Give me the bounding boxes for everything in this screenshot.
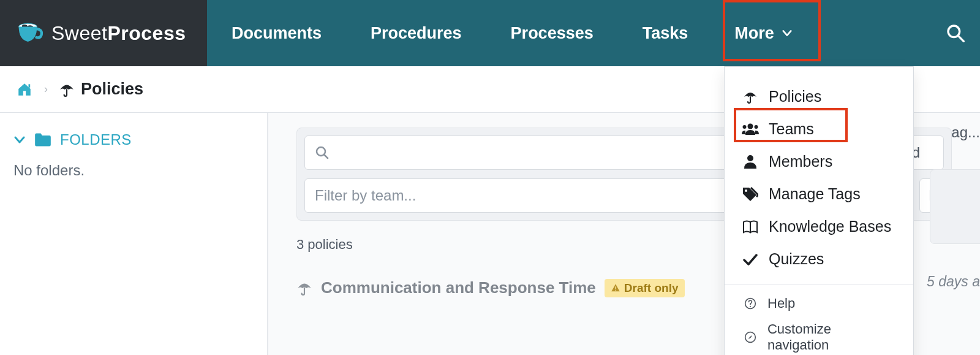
more-dropdown: Policies Teams Members: [724, 66, 914, 355]
obscured-panel: [930, 169, 980, 244]
dropdown-members[interactable]: Members: [725, 145, 913, 178]
cup-icon: [17, 22, 43, 44]
breadcrumb-home[interactable]: [16, 82, 33, 97]
users-icon: [742, 123, 759, 136]
dropdown-policies[interactable]: Policies: [725, 80, 913, 113]
policy-search-input[interactable]: [304, 136, 785, 170]
global-search-button[interactable]: [946, 23, 965, 43]
chevron-down-icon: [13, 134, 26, 146]
logo[interactable]: SweetProcess: [0, 0, 207, 66]
svg-point-17: [750, 306, 751, 307]
search-icon: [315, 145, 330, 160]
nav-links: Documents Procedures Processes Tasks Mor…: [207, 0, 980, 66]
umbrella-icon: [296, 280, 312, 296]
dropdown-quizzes[interactable]: Quizzes: [725, 243, 913, 275]
dropdown-manage-tags[interactable]: Manage Tags: [725, 178, 913, 210]
help-icon: [744, 297, 756, 310]
svg-line-5: [959, 36, 964, 42]
umbrella-icon: [743, 90, 758, 104]
svg-rect-6: [29, 84, 31, 87]
svg-line-8: [325, 155, 328, 159]
book-icon: [742, 220, 758, 234]
dropdown-tags-label: Manage Tags: [769, 185, 861, 203]
chevron-down-icon: [782, 28, 793, 39]
dropdown-separator: [725, 284, 913, 284]
sidebar: FOLDERS No folders.: [0, 113, 268, 355]
nav-documents[interactable]: Documents: [207, 0, 346, 66]
svg-rect-10: [615, 289, 616, 290]
svg-point-15: [745, 189, 747, 192]
dropdown-members-label: Members: [769, 153, 832, 170]
nav-procedures[interactable]: Procedures: [346, 0, 486, 66]
dropdown-teams-label: Teams: [769, 120, 814, 138]
dropdown-customize-label: Customize navigation: [767, 321, 896, 353]
draft-badge: Draft only: [605, 279, 685, 297]
svg-point-13: [755, 125, 758, 129]
folder-icon: [34, 132, 51, 147]
dropdown-help-label: Help: [767, 296, 795, 311]
home-icon: [16, 82, 33, 97]
tags-icon: [742, 187, 758, 202]
folders-label: FOLDERS: [60, 131, 132, 148]
logo-text: SweetProcess: [51, 22, 186, 45]
nav-more[interactable]: More: [712, 0, 815, 66]
dropdown-policies-label: Policies: [769, 88, 821, 105]
umbrella-icon: [59, 82, 75, 97]
nav-more-label: More: [734, 24, 774, 43]
dropdown-quizzes-label: Quizzes: [769, 250, 824, 268]
policy-title: Communication and Response Time: [321, 278, 596, 297]
warning-icon: [611, 283, 620, 293]
filter-team-placeholder: Filter by team...: [315, 187, 416, 204]
top-nav: SweetProcess Documents Procedures Proces…: [0, 0, 980, 66]
folders-toggle[interactable]: FOLDERS: [13, 131, 267, 148]
svg-point-14: [747, 155, 753, 161]
breadcrumb-current: Policies: [59, 80, 143, 99]
compass-icon: [744, 331, 756, 343]
breadcrumb-separator: ›: [44, 83, 48, 96]
check-icon: [743, 253, 758, 265]
nav-processes[interactable]: Processes: [486, 0, 618, 66]
obscured-days-text: 5 days a: [927, 273, 980, 290]
user-icon: [744, 155, 757, 169]
nav-tasks[interactable]: Tasks: [618, 0, 713, 66]
dropdown-help[interactable]: Help: [725, 291, 913, 316]
dropdown-customize-nav[interactable]: Customize navigation: [725, 316, 913, 355]
search-icon: [946, 23, 965, 43]
no-folders-text: No folders.: [13, 162, 267, 179]
dropdown-teams[interactable]: Teams: [725, 113, 913, 145]
obscured-tag-text: ag...: [951, 124, 980, 141]
svg-point-12: [743, 125, 747, 129]
dropdown-knowledge-bases[interactable]: Knowledge Bases: [725, 210, 913, 243]
svg-point-11: [748, 123, 753, 129]
svg-rect-9: [615, 286, 616, 289]
dropdown-kb-label: Knowledge Bases: [769, 218, 891, 235]
